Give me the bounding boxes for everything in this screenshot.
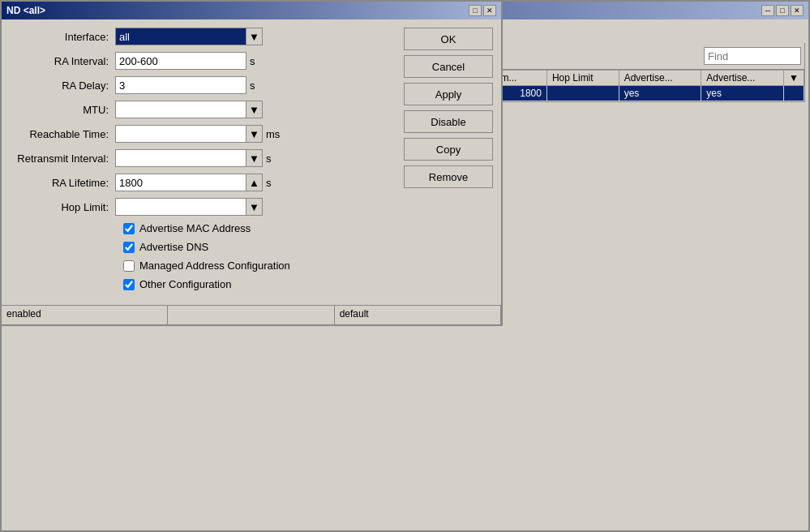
ra-interval-input[interactable] (115, 52, 246, 70)
ra-interval-row: RA Interval: s (10, 52, 396, 70)
mtu-dropdown-btn[interactable]: ▼ (246, 101, 263, 118)
advertise-dns-checkbox[interactable] (123, 242, 135, 253)
hop-limit-field-group: ▼ (115, 198, 263, 216)
mtu-label: MTU: (10, 104, 115, 116)
col-hop-limit[interactable]: Hop Limit (546, 71, 619, 86)
retransmit-row: Retransmit Interval: ▼ s (10, 149, 396, 167)
mtu-field-group: ▼ (115, 101, 263, 118)
mtu-input[interactable] (115, 101, 246, 118)
interface-text: all (119, 31, 130, 43)
dialog-overlay: ND <all> □ ✕ Interface: all (0, 0, 503, 381)
ra-lifetime-unit: s (266, 177, 272, 189)
cell-scroll (784, 86, 804, 101)
ra-lifetime-row: RA Lifetime: ▲ s (10, 174, 396, 191)
dialog-status-bar: enabled default (2, 305, 501, 324)
main-content: Interfaces Prefixes + − ✓ ✕ ⊽ (2, 19, 808, 530)
hop-limit-row: Hop Limit: ▼ (10, 198, 396, 216)
ra-interval-field-group (115, 52, 246, 70)
other-config-label: Other Configuration (139, 278, 231, 290)
button-panel: OK Cancel Apply Disable Copy Remove (404, 28, 493, 297)
mtu-row: MTU: ▼ (10, 101, 396, 118)
main-window: Neighbor Discovery ─ □ ✕ Interfaces Pref… (0, 0, 810, 532)
reachable-input[interactable] (115, 125, 246, 143)
ra-lifetime-up-btn[interactable]: ▲ (246, 174, 263, 191)
status-middle (168, 306, 334, 324)
ra-interval-label: RA Interval: (10, 55, 115, 67)
close-button[interactable]: ✕ (791, 5, 804, 16)
cell-hop-limit (546, 86, 619, 101)
ra-interval-unit: s (250, 55, 255, 67)
disable-button[interactable]: Disable (404, 110, 493, 133)
ra-delay-field-group (115, 76, 246, 94)
col-advertise1[interactable]: Advertise... (619, 71, 701, 86)
ok-button[interactable]: OK (404, 28, 493, 50)
cell-advertise1: yes (619, 86, 701, 101)
title-bar-controls: ─ □ ✕ (761, 5, 804, 16)
dialog-title: ND <all> (6, 5, 45, 16)
ra-delay-unit: s (250, 79, 255, 92)
advertise-dns-row: Advertise DNS (10, 241, 396, 253)
ra-delay-label: RA Delay: (10, 79, 115, 92)
ra-lifetime-field-group: ▲ (115, 174, 263, 191)
reachable-dropdown-btn[interactable]: ▼ (246, 125, 263, 143)
managed-address-checkbox[interactable] (123, 260, 135, 272)
copy-button[interactable]: Copy (404, 138, 493, 161)
ra-lifetime-label: RA Lifetime: (10, 177, 115, 189)
minimize-button[interactable]: ─ (761, 5, 774, 16)
ra-delay-input[interactable] (115, 76, 246, 94)
ra-delay-row: RA Delay: s (10, 76, 396, 94)
cancel-button[interactable]: Cancel (404, 55, 493, 78)
hop-limit-input[interactable] (115, 198, 246, 216)
status-default: default (335, 306, 501, 324)
advertise-mac-row: Advertise MAC Address (10, 222, 396, 234)
retransmit-input[interactable] (115, 149, 246, 167)
retransmit-dropdown-btn[interactable]: ▼ (246, 149, 263, 167)
col-advertise2[interactable]: Advertise... (701, 71, 784, 86)
retransmit-field-group: ▼ (115, 149, 263, 167)
cell-advertise2: yes (701, 86, 784, 101)
status-enabled: enabled (2, 306, 168, 324)
advertise-mac-label: Advertise MAC Address (139, 222, 251, 234)
ra-lifetime-input[interactable] (115, 174, 246, 191)
reachable-label: Reachable Time: (10, 128, 115, 140)
managed-address-row: Managed Address Configuration (10, 260, 396, 272)
dialog-body: Interface: all ▼ RA Interval: (2, 19, 501, 305)
dialog-title-bar: ND <all> □ ✕ (2, 2, 501, 19)
interface-row: Interface: all ▼ (10, 28, 396, 45)
hop-limit-dropdown-btn[interactable]: ▼ (246, 198, 263, 216)
remove-button[interactable]: Remove (404, 165, 493, 188)
dialog-controls: □ ✕ (469, 5, 496, 16)
advertise-mac-checkbox[interactable] (123, 223, 135, 234)
other-config-checkbox[interactable] (123, 279, 135, 290)
other-config-row: Other Configuration (10, 278, 396, 290)
search-input[interactable] (704, 47, 801, 65)
reachable-row: Reachable Time: ▼ ms (10, 125, 396, 143)
apply-button[interactable]: Apply (404, 83, 493, 105)
hop-limit-label: Hop Limit: (10, 201, 115, 213)
reachable-unit: ms (266, 128, 280, 140)
retransmit-label: Retransmit Interval: (10, 152, 115, 165)
interface-field-group: all ▼ (115, 28, 263, 45)
managed-address-label: Managed Address Configuration (139, 260, 290, 272)
maximize-button[interactable]: □ (776, 5, 789, 16)
nd-dialog: ND <all> □ ✕ Interface: all (0, 0, 503, 326)
dialog-close-button[interactable]: ✕ (483, 5, 496, 16)
reachable-field-group: ▼ (115, 125, 263, 143)
retransmit-unit: s (266, 152, 272, 165)
form-section: Interface: all ▼ RA Interval: (10, 28, 396, 297)
interface-value: all (115, 28, 246, 45)
dialog-minimize-button[interactable]: □ (469, 5, 482, 16)
advertise-dns-label: Advertise DNS (139, 241, 208, 253)
col-scroll[interactable]: ▼ (784, 71, 804, 86)
interface-label: Interface: (10, 31, 115, 43)
interface-dropdown-btn[interactable]: ▼ (246, 28, 263, 45)
